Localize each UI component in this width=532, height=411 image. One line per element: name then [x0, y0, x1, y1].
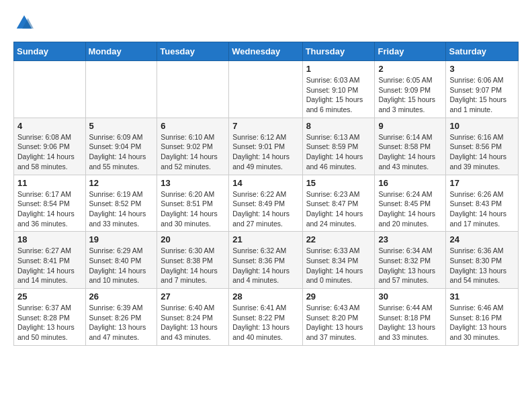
- day-info: Sunrise: 6:30 AM Sunset: 8:38 PM Dayligh…: [161, 246, 225, 285]
- weekday-header-saturday: Saturday: [446, 42, 519, 61]
- weekday-header-friday: Friday: [375, 42, 446, 61]
- day-info: Sunrise: 6:46 AM Sunset: 8:16 PM Dayligh…: [449, 303, 515, 342]
- day-info: Sunrise: 6:09 AM Sunset: 9:04 PM Dayligh…: [89, 132, 154, 172]
- day-number: 24: [449, 234, 515, 244]
- calendar-table: SundayMondayTuesdayWednesdayThursdayFrid…: [13, 42, 519, 346]
- calendar-cell: 27Sunrise: 6:40 AM Sunset: 8:24 PM Dayli…: [157, 289, 229, 346]
- calendar-cell: 8Sunrise: 6:13 AM Sunset: 8:59 PM Daylig…: [302, 118, 375, 175]
- calendar-cell: 28Sunrise: 6:41 AM Sunset: 8:22 PM Dayli…: [229, 289, 302, 346]
- day-number: 17: [449, 178, 515, 188]
- calendar-cell: 9Sunrise: 6:14 AM Sunset: 8:58 PM Daylig…: [375, 118, 446, 175]
- weekday-header-thursday: Thursday: [302, 42, 375, 61]
- day-info: Sunrise: 6:16 AM Sunset: 8:56 PM Dayligh…: [449, 132, 515, 172]
- day-info: Sunrise: 6:39 AM Sunset: 8:26 PM Dayligh…: [89, 303, 154, 342]
- day-info: Sunrise: 6:22 AM Sunset: 8:49 PM Dayligh…: [232, 189, 298, 229]
- calendar-week-row: 11Sunrise: 6:17 AM Sunset: 8:54 PM Dayli…: [14, 175, 519, 232]
- day-info: Sunrise: 6:24 AM Sunset: 8:45 PM Dayligh…: [378, 189, 442, 229]
- day-info: Sunrise: 6:17 AM Sunset: 8:54 PM Dayligh…: [17, 189, 82, 229]
- logo-icon: [15, 13, 34, 32]
- day-number: 14: [232, 178, 298, 188]
- day-number: 31: [449, 291, 515, 302]
- calendar-cell: 2Sunrise: 6:05 AM Sunset: 9:09 PM Daylig…: [375, 61, 446, 118]
- day-info: Sunrise: 6:12 AM Sunset: 9:01 PM Dayligh…: [232, 132, 298, 172]
- day-info: Sunrise: 6:06 AM Sunset: 9:07 PM Dayligh…: [449, 75, 515, 115]
- day-number: 18: [17, 234, 82, 244]
- page-header: [13, 13, 519, 35]
- day-info: Sunrise: 6:03 AM Sunset: 9:10 PM Dayligh…: [306, 75, 371, 115]
- day-number: 13: [161, 178, 225, 188]
- calendar-cell: 23Sunrise: 6:34 AM Sunset: 8:32 PM Dayli…: [375, 232, 446, 289]
- calendar-cell: 1Sunrise: 6:03 AM Sunset: 9:10 PM Daylig…: [302, 61, 375, 118]
- calendar-cell: 16Sunrise: 6:24 AM Sunset: 8:45 PM Dayli…: [375, 175, 446, 232]
- calendar-cell: 20Sunrise: 6:30 AM Sunset: 8:38 PM Dayli…: [157, 232, 229, 289]
- day-info: Sunrise: 6:29 AM Sunset: 8:40 PM Dayligh…: [89, 246, 154, 285]
- day-number: 1: [306, 64, 371, 74]
- day-number: 6: [161, 121, 225, 131]
- day-info: Sunrise: 6:10 AM Sunset: 9:02 PM Dayligh…: [161, 132, 225, 172]
- calendar-cell: 11Sunrise: 6:17 AM Sunset: 8:54 PM Dayli…: [14, 175, 86, 232]
- day-info: Sunrise: 6:41 AM Sunset: 8:22 PM Dayligh…: [232, 303, 298, 342]
- calendar-week-row: 25Sunrise: 6:37 AM Sunset: 8:28 PM Dayli…: [14, 289, 519, 346]
- calendar-cell: 30Sunrise: 6:44 AM Sunset: 8:18 PM Dayli…: [375, 289, 446, 346]
- day-number: 12: [89, 178, 154, 188]
- calendar-cell: 18Sunrise: 6:27 AM Sunset: 8:41 PM Dayli…: [14, 232, 86, 289]
- day-info: Sunrise: 6:19 AM Sunset: 8:52 PM Dayligh…: [89, 189, 154, 229]
- calendar-cell: 17Sunrise: 6:26 AM Sunset: 8:43 PM Dayli…: [446, 175, 519, 232]
- calendar-cell: 25Sunrise: 6:37 AM Sunset: 8:28 PM Dayli…: [14, 289, 86, 346]
- weekday-header-wednesday: Wednesday: [229, 42, 302, 61]
- day-number: 8: [306, 121, 371, 131]
- day-number: 16: [378, 178, 442, 188]
- day-number: 30: [378, 291, 442, 302]
- day-info: Sunrise: 6:23 AM Sunset: 8:47 PM Dayligh…: [306, 189, 371, 229]
- calendar-cell: [157, 61, 229, 118]
- day-number: 4: [17, 121, 82, 131]
- calendar-cell: 21Sunrise: 6:32 AM Sunset: 8:36 PM Dayli…: [229, 232, 302, 289]
- day-number: 10: [449, 121, 515, 131]
- calendar-cell: 6Sunrise: 6:10 AM Sunset: 9:02 PM Daylig…: [157, 118, 229, 175]
- day-number: 2: [378, 64, 442, 74]
- day-number: 9: [378, 121, 442, 131]
- calendar-cell: 7Sunrise: 6:12 AM Sunset: 9:01 PM Daylig…: [229, 118, 302, 175]
- day-info: Sunrise: 6:34 AM Sunset: 8:32 PM Dayligh…: [378, 246, 442, 285]
- calendar-cell: 3Sunrise: 6:06 AM Sunset: 9:07 PM Daylig…: [446, 61, 519, 118]
- calendar-cell: [229, 61, 302, 118]
- calendar-week-row: 4Sunrise: 6:08 AM Sunset: 9:06 PM Daylig…: [14, 118, 519, 175]
- calendar-cell: 31Sunrise: 6:46 AM Sunset: 8:16 PM Dayli…: [446, 289, 519, 346]
- calendar-cell: 12Sunrise: 6:19 AM Sunset: 8:52 PM Dayli…: [85, 175, 157, 232]
- day-info: Sunrise: 6:44 AM Sunset: 8:18 PM Dayligh…: [378, 303, 442, 342]
- calendar-header-row: SundayMondayTuesdayWednesdayThursdayFrid…: [14, 42, 519, 61]
- day-info: Sunrise: 6:36 AM Sunset: 8:30 PM Dayligh…: [449, 246, 515, 285]
- calendar-cell: 22Sunrise: 6:33 AM Sunset: 8:34 PM Dayli…: [302, 232, 375, 289]
- calendar-cell: 10Sunrise: 6:16 AM Sunset: 8:56 PM Dayli…: [446, 118, 519, 175]
- day-number: 23: [378, 234, 442, 244]
- day-number: 26: [89, 291, 154, 302]
- day-number: 25: [17, 291, 82, 302]
- day-info: Sunrise: 6:08 AM Sunset: 9:06 PM Dayligh…: [17, 132, 82, 172]
- day-info: Sunrise: 6:27 AM Sunset: 8:41 PM Dayligh…: [17, 246, 82, 285]
- calendar-cell: 29Sunrise: 6:43 AM Sunset: 8:20 PM Dayli…: [302, 289, 375, 346]
- day-number: 15: [306, 178, 371, 188]
- day-number: 28: [232, 291, 298, 302]
- calendar-cell: [14, 61, 86, 118]
- day-info: Sunrise: 6:32 AM Sunset: 8:36 PM Dayligh…: [232, 246, 298, 285]
- calendar-week-row: 18Sunrise: 6:27 AM Sunset: 8:41 PM Dayli…: [14, 232, 519, 289]
- calendar-cell: 19Sunrise: 6:29 AM Sunset: 8:40 PM Dayli…: [85, 232, 157, 289]
- calendar-cell: 26Sunrise: 6:39 AM Sunset: 8:26 PM Dayli…: [85, 289, 157, 346]
- day-info: Sunrise: 6:14 AM Sunset: 8:58 PM Dayligh…: [378, 132, 442, 172]
- weekday-header-monday: Monday: [85, 42, 157, 61]
- day-number: 5: [89, 121, 154, 131]
- day-info: Sunrise: 6:20 AM Sunset: 8:51 PM Dayligh…: [161, 189, 225, 229]
- day-info: Sunrise: 6:40 AM Sunset: 8:24 PM Dayligh…: [161, 303, 225, 342]
- day-number: 20: [161, 234, 225, 244]
- calendar-cell: 24Sunrise: 6:36 AM Sunset: 8:30 PM Dayli…: [446, 232, 519, 289]
- day-info: Sunrise: 6:05 AM Sunset: 9:09 PM Dayligh…: [378, 75, 442, 115]
- day-number: 3: [449, 64, 515, 74]
- weekday-header-tuesday: Tuesday: [157, 42, 229, 61]
- calendar-cell: 5Sunrise: 6:09 AM Sunset: 9:04 PM Daylig…: [85, 118, 157, 175]
- calendar-cell: 4Sunrise: 6:08 AM Sunset: 9:06 PM Daylig…: [14, 118, 86, 175]
- day-info: Sunrise: 6:37 AM Sunset: 8:28 PM Dayligh…: [17, 303, 82, 342]
- weekday-header-sunday: Sunday: [14, 42, 86, 61]
- day-number: 11: [17, 178, 82, 188]
- calendar-cell: [85, 61, 157, 118]
- day-number: 27: [161, 291, 225, 302]
